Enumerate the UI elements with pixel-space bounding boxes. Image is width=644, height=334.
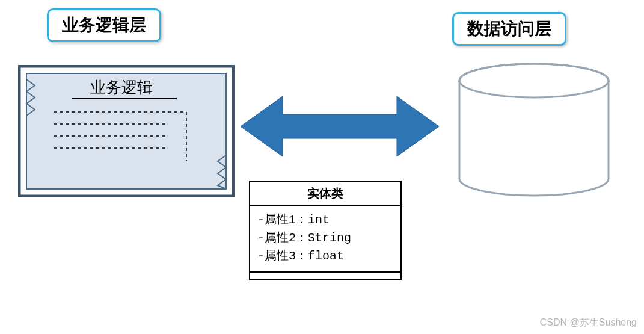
business-logic-component: 业务逻辑 — [18, 65, 235, 197]
entity-class-attributes: -属性1：int -属性2：String -属性3：float — [250, 206, 400, 273]
business-logic-layer-label: 业务逻辑层 — [47, 8, 161, 42]
entity-attr-2: -属性2：String — [257, 229, 393, 247]
svg-marker-6 — [241, 96, 439, 156]
entity-class-methods-empty — [250, 273, 400, 279]
watermark-text: CSDN @苏生Susheng — [540, 317, 637, 329]
entity-class-title: 实体类 — [250, 182, 400, 206]
component-title-text: 业务逻辑 — [90, 79, 153, 96]
entity-class-box: 实体类 -属性1：int -属性2：String -属性3：float — [249, 181, 402, 280]
bidirectional-arrow-icon — [241, 90, 439, 162]
data-access-layer-label: 数据访问层 — [452, 12, 566, 46]
entity-attr-1: -属性1：int — [257, 211, 393, 229]
entity-attr-3: -属性3：float — [257, 247, 393, 265]
database-cylinder-icon — [456, 61, 612, 200]
